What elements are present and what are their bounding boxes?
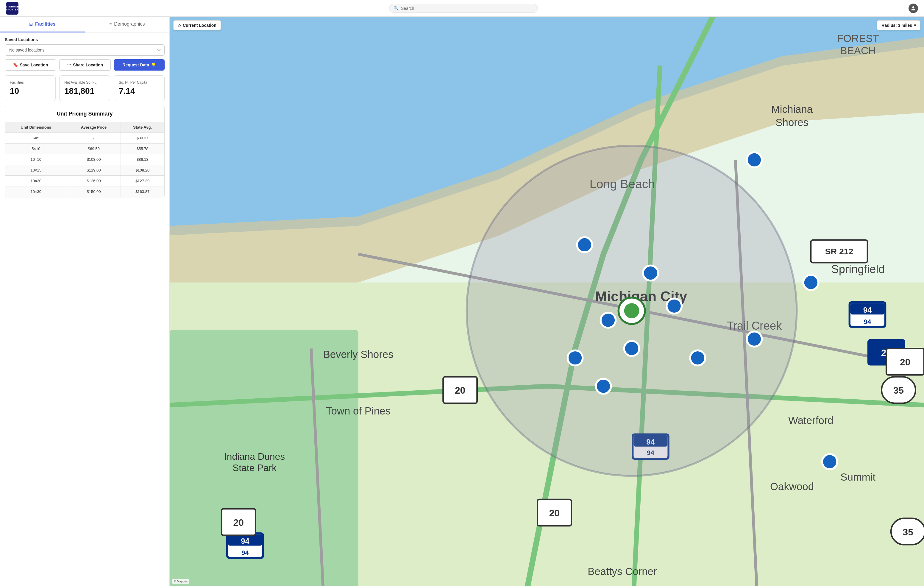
cell-state-avg: $163.87 <box>121 187 164 197</box>
map-controls: ◇ Current Location Radius: 3 miles ▾ <box>173 20 921 30</box>
cell-state-avg: $108.20 <box>121 165 164 176</box>
pricing-table-container: Unit Pricing Summary Unit Dimensions Ave… <box>5 106 165 197</box>
svg-point-66 <box>747 152 762 168</box>
map-area[interactable]: 94 94 20 20 SR 212 94 94 20 <box>170 17 924 586</box>
svg-text:Shores: Shores <box>776 116 808 128</box>
saved-locations-label: Saved Locations <box>5 37 165 42</box>
tab-facilities[interactable]: ⊞ Facilities <box>0 17 85 33</box>
svg-point-57 <box>577 237 592 253</box>
svg-text:94: 94 <box>864 318 871 325</box>
share-location-label: Share Location <box>73 63 103 67</box>
svg-text:Waterford: Waterford <box>788 414 833 426</box>
svg-text:Michiana: Michiana <box>771 103 813 115</box>
table-row: 10×20 $126.00 $127.39 <box>5 176 164 187</box>
svg-text:BEACH: BEACH <box>840 45 876 56</box>
request-data-button[interactable]: Request Data 💡 <box>114 59 165 71</box>
cell-avg-price: $126.00 <box>67 176 121 187</box>
search-input[interactable] <box>401 6 533 11</box>
main-content: ⊞ Facilities ≡ Demographics Saved Locati… <box>0 17 924 586</box>
header: STORAGE SPOTTER 🔍 <box>0 0 924 17</box>
svg-point-67 <box>804 275 818 290</box>
table-row: 5×5 - $39.37 <box>5 133 164 144</box>
cell-state-avg: $86.13 <box>121 154 164 165</box>
radius-button[interactable]: Radius: 3 miles ▾ <box>877 20 921 30</box>
current-location-button[interactable]: ◇ Current Location <box>173 20 221 30</box>
stat-facilities-value: 10 <box>10 86 51 96</box>
saved-locations-select[interactable]: No saved locations <box>5 45 165 56</box>
stat-per-capita-value: 7.14 <box>119 86 160 96</box>
svg-text:20: 20 <box>549 508 559 518</box>
svg-text:20: 20 <box>455 385 465 396</box>
cell-state-avg: $39.37 <box>121 133 164 144</box>
svg-text:94: 94 <box>241 537 249 545</box>
table-row: 10×10 $103.00 $86.13 <box>5 154 164 165</box>
demographics-icon: ≡ <box>109 22 112 26</box>
save-location-button[interactable]: 🔖 Save Location <box>5 59 56 71</box>
cell-dimensions: 10×15 <box>5 165 67 176</box>
svg-text:Springfield: Springfield <box>831 263 885 276</box>
save-location-label: Save Location <box>20 63 48 67</box>
svg-text:94: 94 <box>863 306 871 314</box>
tab-demographics-label: Demographics <box>114 21 145 27</box>
cell-state-avg: $55.78 <box>121 144 164 154</box>
svg-text:35: 35 <box>893 385 904 396</box>
cell-dimensions: 10×30 <box>5 187 67 197</box>
table-row: 5×10 $69.50 $55.78 <box>5 144 164 154</box>
svg-text:Beattys Corner: Beattys Corner <box>587 565 657 577</box>
tab-demographics[interactable]: ≡ Demographics <box>85 17 170 33</box>
svg-point-64 <box>747 332 762 347</box>
svg-text:Oakwood: Oakwood <box>770 480 814 492</box>
table-row: 10×30 $150.00 $163.87 <box>5 187 164 197</box>
share-location-button[interactable]: ⋯ Share Location <box>59 59 111 71</box>
svg-point-58 <box>643 266 658 281</box>
panel-content: Saved Locations No saved locations 🔖 Sav… <box>0 33 169 586</box>
svg-text:State Park: State Park <box>233 462 277 473</box>
cell-dimensions: 5×10 <box>5 144 67 154</box>
stats-row: Facilities 10 Net Available Sq. Ft. 181,… <box>5 75 165 101</box>
cell-avg-price: $103.00 <box>67 154 121 165</box>
svg-text:35: 35 <box>903 527 913 538</box>
svg-text:Summit: Summit <box>840 471 876 483</box>
svg-point-61 <box>624 341 639 356</box>
current-location-label: Current Location <box>183 23 216 28</box>
svg-point-62 <box>568 350 583 366</box>
search-bar[interactable]: 🔍 <box>389 4 538 13</box>
logo-icon: STORAGE SPOTTER <box>6 2 18 15</box>
logo: STORAGE SPOTTER <box>6 2 18 15</box>
left-panel: ⊞ Facilities ≡ Demographics Saved Locati… <box>0 17 170 586</box>
request-data-label: Request Data <box>122 63 149 67</box>
save-location-icon: 🔖 <box>13 63 18 67</box>
cell-dimensions: 10×10 <box>5 154 67 165</box>
stat-facilities: Facilities 10 <box>5 75 56 101</box>
svg-text:Indiana Dunes: Indiana Dunes <box>224 451 285 462</box>
avatar[interactable] <box>909 3 918 13</box>
stat-facilities-label: Facilities <box>10 80 51 84</box>
tabs: ⊞ Facilities ≡ Demographics <box>0 17 169 33</box>
pricing-table: Unit Dimensions Average Price State Avg.… <box>5 122 164 197</box>
stat-sqft: Net Available Sq. Ft. 181,801 <box>59 75 110 101</box>
search-icon: 🔍 <box>394 6 399 11</box>
chevron-down-icon: ▾ <box>914 23 916 28</box>
cell-avg-price: - <box>67 133 121 144</box>
pricing-title: Unit Pricing Summary <box>5 106 164 122</box>
svg-text:94: 94 <box>241 549 249 556</box>
cell-avg-price: $150.00 <box>67 187 121 197</box>
request-data-icon: 💡 <box>151 63 156 67</box>
facilities-icon: ⊞ <box>29 22 33 26</box>
cell-avg-price: $119.00 <box>67 165 121 176</box>
stat-sqft-label: Net Available Sq. Ft. <box>64 80 105 84</box>
svg-text:FOREST: FOREST <box>837 33 879 44</box>
col-header-dimensions: Unit Dimensions <box>5 122 67 133</box>
svg-text:Town of Pines: Town of Pines <box>326 405 391 417</box>
table-row: 10×15 $119.00 $108.20 <box>5 165 164 176</box>
svg-point-65 <box>596 379 611 394</box>
location-pin-icon: ◇ <box>178 23 181 28</box>
svg-point-56 <box>624 303 639 318</box>
cell-dimensions: 10×20 <box>5 176 67 187</box>
svg-point-59 <box>667 298 682 314</box>
svg-text:Beverly Shores: Beverly Shores <box>323 348 393 360</box>
cell-avg-price: $69.50 <box>67 144 121 154</box>
stat-per-capita-label: Sq. Ft. Per Capita <box>119 80 160 84</box>
stat-sqft-value: 181,801 <box>64 86 105 96</box>
cell-dimensions: 5×5 <box>5 133 67 144</box>
